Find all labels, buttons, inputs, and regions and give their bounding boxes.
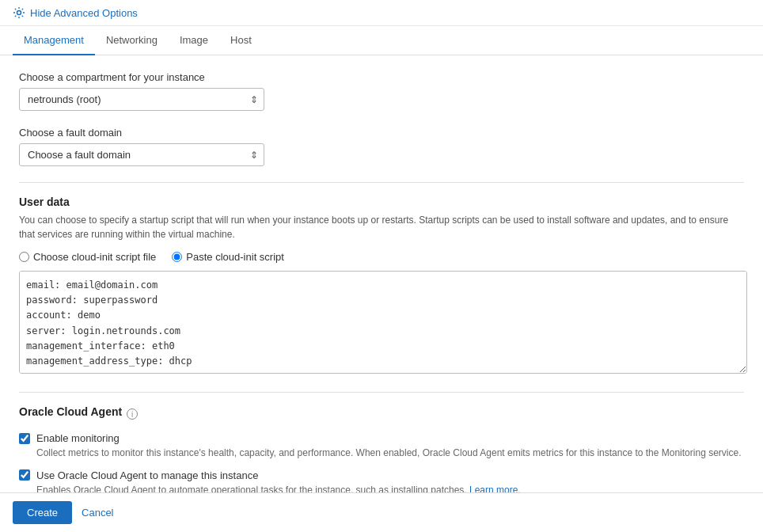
compartment-select-wrapper: netrounds (root) ⇕: [19, 88, 264, 111]
fault-domain-select[interactable]: Choose a fault domain: [19, 143, 264, 166]
radio-paste-cloud-init[interactable]: Paste cloud-init script: [172, 251, 284, 263]
oracle-agent-title: Oracle Cloud Agent: [19, 405, 122, 418]
oracle-agent-header: Oracle Cloud Agent i: [19, 405, 744, 423]
compartment-select[interactable]: netrounds (root): [19, 88, 264, 111]
cancel-button[interactable]: Cancel: [82, 507, 113, 519]
cloud-init-textarea-wrapper: email: email@domain.com password: superp…: [19, 271, 747, 376]
fault-domain-section: Choose a fault domain Choose a fault dom…: [19, 127, 744, 166]
enable-monitoring-checkbox[interactable]: [19, 433, 30, 444]
radio-group: Choose cloud-init script file Paste clou…: [19, 251, 744, 263]
main-content: Choose a compartment for your instance n…: [0, 55, 763, 522]
hide-advanced-options-button[interactable]: Hide Advanced Options: [13, 6, 138, 19]
fault-domain-label: Choose a fault domain: [19, 127, 744, 139]
radio-paste-cloud-init-input[interactable]: [172, 252, 182, 262]
enable-monitoring-item: Enable monitoring Collect metrics to mon…: [19, 432, 744, 460]
oracle-agent-info-icon[interactable]: i: [127, 408, 138, 420]
use-oracle-agent-checkbox[interactable]: [19, 469, 30, 481]
enable-monitoring-description: Collect metrics to monitor this instance…: [36, 446, 744, 460]
top-bar: Hide Advanced Options: [0, 0, 763, 26]
compartment-label: Choose a compartment for your instance: [19, 71, 744, 83]
enable-monitoring-label: Enable monitoring: [36, 432, 120, 444]
radio-cloud-init-file-label: Choose cloud-init script file: [33, 251, 156, 263]
settings-icon: [13, 6, 25, 19]
enable-monitoring-row: Enable monitoring: [19, 432, 744, 444]
create-button[interactable]: Create: [13, 501, 72, 524]
radio-cloud-init-file[interactable]: Choose cloud-init script file: [19, 251, 156, 263]
divider-1: [19, 182, 744, 183]
use-oracle-agent-label: Use Oracle Cloud Agent to manage this in…: [36, 469, 258, 481]
tab-networking[interactable]: Networking: [95, 26, 169, 55]
divider-2: [19, 392, 744, 393]
cloud-init-textarea[interactable]: email: email@domain.com password: superp…: [19, 271, 747, 374]
oracle-agent-section: Oracle Cloud Agent i Enable monitoring C…: [19, 405, 744, 497]
tab-host[interactable]: Host: [219, 26, 263, 55]
fault-domain-select-wrapper: Choose a fault domain ⇕: [19, 143, 264, 166]
user-data-description: You can choose to specify a startup scri…: [19, 213, 744, 241]
user-data-section: User data You can choose to specify a st…: [19, 196, 744, 376]
tabs-bar: Management Networking Image Host: [0, 26, 763, 55]
user-data-title: User data: [19, 196, 744, 208]
use-oracle-agent-row: Use Oracle Cloud Agent to manage this in…: [19, 469, 744, 481]
svg-point-0: [17, 11, 21, 15]
tab-management[interactable]: Management: [13, 26, 95, 55]
radio-cloud-init-file-input[interactable]: [19, 252, 29, 262]
footer-bar: Create Cancel: [0, 492, 763, 532]
compartment-section: Choose a compartment for your instance n…: [19, 71, 744, 111]
tab-image[interactable]: Image: [169, 26, 219, 55]
radio-paste-cloud-init-label: Paste cloud-init script: [186, 251, 284, 263]
hide-advanced-options-label: Hide Advanced Options: [30, 7, 138, 19]
